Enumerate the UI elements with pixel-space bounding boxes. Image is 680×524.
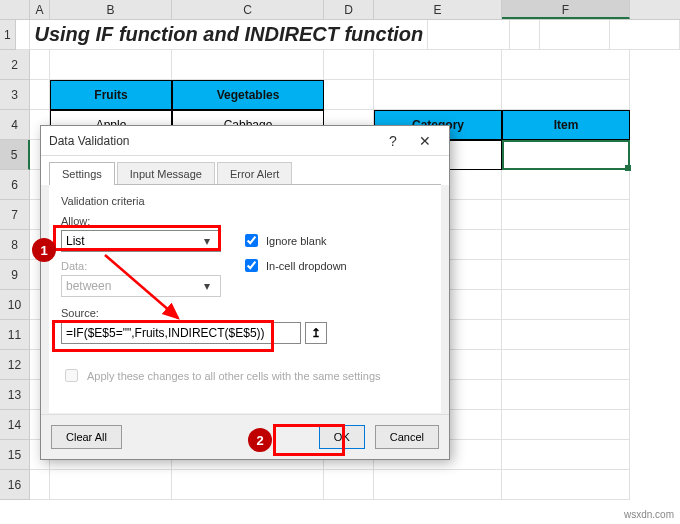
data-value: between xyxy=(66,279,111,293)
row: 1Using IF function and INDIRECT function xyxy=(0,20,680,50)
dialog-buttons: Clear All OK Cancel xyxy=(41,414,449,459)
cell-E3[interactable] xyxy=(374,80,502,110)
row-header[interactable]: 12 xyxy=(0,350,30,380)
cancel-button[interactable]: Cancel xyxy=(375,425,439,449)
cell-C3[interactable]: Vegetables xyxy=(172,80,324,110)
dialog-titlebar[interactable]: Data Validation ? ✕ xyxy=(41,126,449,156)
col-header-A[interactable]: A xyxy=(30,0,50,19)
cell-E1[interactable] xyxy=(540,20,610,50)
row-header[interactable]: 7 xyxy=(0,200,30,230)
chevron-down-icon: ▾ xyxy=(198,234,216,248)
criteria-label: Validation criteria xyxy=(61,195,429,207)
row-header[interactable]: 1 xyxy=(0,20,16,50)
row-header[interactable]: 2 xyxy=(0,50,30,80)
row-header[interactable]: 5 xyxy=(0,140,30,170)
row-header[interactable]: 4 xyxy=(0,110,30,140)
cell-F7[interactable] xyxy=(502,200,630,230)
row-header[interactable]: 6 xyxy=(0,170,30,200)
cell-F11[interactable] xyxy=(502,320,630,350)
cell-F10[interactable] xyxy=(502,290,630,320)
tab-input-message[interactable]: Input Message xyxy=(117,162,215,185)
incell-dropdown-checkbox[interactable]: In-cell dropdown xyxy=(241,256,347,275)
cell-B2[interactable] xyxy=(50,50,172,80)
cell-F5[interactable] xyxy=(502,140,630,170)
cell-A2[interactable] xyxy=(30,50,50,80)
row: 2 xyxy=(0,50,680,80)
row-header[interactable]: 9 xyxy=(0,260,30,290)
chevron-down-icon: ▾ xyxy=(198,279,216,293)
cell-B1[interactable]: Using IF function and INDIRECT function xyxy=(30,20,428,50)
help-icon[interactable]: ? xyxy=(377,129,409,153)
range-picker-icon[interactable]: ↥ xyxy=(305,322,327,344)
cell-D3[interactable] xyxy=(324,80,374,110)
data-validation-dialog: Data Validation ? ✕ Settings Input Messa… xyxy=(40,125,450,460)
cell-F8[interactable] xyxy=(502,230,630,260)
data-label: Data: xyxy=(61,260,221,272)
col-header-F[interactable]: F xyxy=(502,0,630,19)
cell-F15[interactable] xyxy=(502,440,630,470)
clear-all-button[interactable]: Clear All xyxy=(51,425,122,449)
allow-select[interactable]: List ▾ xyxy=(61,230,221,252)
col-header-D[interactable]: D xyxy=(324,0,374,19)
cell-E2[interactable] xyxy=(374,50,502,80)
row-header[interactable]: 8 xyxy=(0,230,30,260)
row-header[interactable]: 14 xyxy=(0,410,30,440)
cell-F1[interactable] xyxy=(610,20,680,50)
tab-error-alert[interactable]: Error Alert xyxy=(217,162,293,185)
annotation-marker-2: 2 xyxy=(248,428,272,452)
row: 16 xyxy=(0,470,680,500)
allow-label: Allow: xyxy=(61,215,221,227)
allow-value: List xyxy=(66,234,85,248)
cell-C2[interactable] xyxy=(172,50,324,80)
column-headers: A B C D E F xyxy=(0,0,680,20)
ok-button[interactable]: OK xyxy=(319,425,365,449)
source-label: Source: xyxy=(61,307,429,319)
row-header[interactable]: 16 xyxy=(0,470,30,500)
settings-panel: Validation criteria Allow: List ▾ Data: … xyxy=(49,184,441,413)
source-input[interactable]: =IF($E$5="",Fruits,INDIRECT($E$5)) xyxy=(61,322,301,344)
close-icon[interactable]: ✕ xyxy=(409,129,441,153)
cell-E16[interactable] xyxy=(374,470,502,500)
apply-all-label: Apply these changes to all other cells w… xyxy=(87,370,381,382)
cell-F13[interactable] xyxy=(502,380,630,410)
col-header-E[interactable]: E xyxy=(374,0,502,19)
select-all-corner[interactable] xyxy=(0,0,30,19)
annotation-marker-1: 1 xyxy=(32,238,56,262)
row-header[interactable]: 13 xyxy=(0,380,30,410)
cell-C1[interactable] xyxy=(428,20,510,50)
cell-F14[interactable] xyxy=(502,410,630,440)
cell-D16[interactable] xyxy=(324,470,374,500)
row-header[interactable]: 3 xyxy=(0,80,30,110)
cell-C16[interactable] xyxy=(172,470,324,500)
cell-A3[interactable] xyxy=(30,80,50,110)
row: 3FruitsVegetables xyxy=(0,80,680,110)
cell-A1[interactable] xyxy=(16,20,31,50)
cell-D2[interactable] xyxy=(324,50,374,80)
cell-B16[interactable] xyxy=(50,470,172,500)
data-select: between ▾ xyxy=(61,275,221,297)
watermark: wsxdn.com xyxy=(624,509,674,520)
cell-F2[interactable] xyxy=(502,50,630,80)
cell-F16[interactable] xyxy=(502,470,630,500)
cell-F4[interactable]: Item xyxy=(502,110,630,140)
dialog-title: Data Validation xyxy=(49,134,377,148)
row-header[interactable]: 10 xyxy=(0,290,30,320)
row-header[interactable]: 11 xyxy=(0,320,30,350)
cell-A16[interactable] xyxy=(30,470,50,500)
cell-F6[interactable] xyxy=(502,170,630,200)
tab-settings[interactable]: Settings xyxy=(49,162,115,185)
cell-D1[interactable] xyxy=(510,20,540,50)
cell-B3[interactable]: Fruits xyxy=(50,80,172,110)
cell-F12[interactable] xyxy=(502,350,630,380)
row-header[interactable]: 15 xyxy=(0,440,30,470)
col-header-B[interactable]: B xyxy=(50,0,172,19)
col-header-C[interactable]: C xyxy=(172,0,324,19)
ignore-blank-checkbox[interactable]: Ignore blank xyxy=(241,231,347,250)
cell-F9[interactable] xyxy=(502,260,630,290)
dialog-tabs: Settings Input Message Error Alert xyxy=(41,156,449,185)
apply-all-checkbox xyxy=(65,369,78,382)
cell-F3[interactable] xyxy=(502,80,630,110)
